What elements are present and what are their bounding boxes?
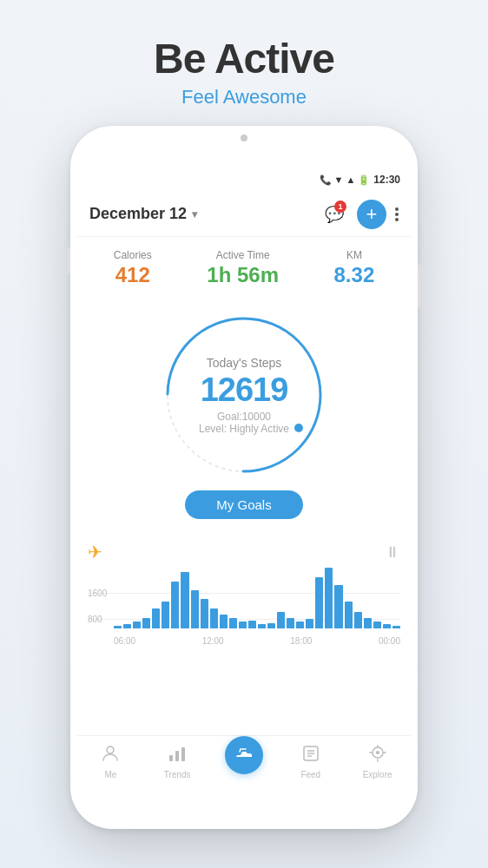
bottom-nav: Me Trends — [77, 735, 411, 787]
hero-subtitle: Feel Awesome — [154, 86, 334, 108]
status-icons: 📞 ▼ ▲ 🔋 — [320, 174, 371, 186]
chart-bar — [383, 624, 391, 628]
trends-icon — [168, 744, 187, 768]
steps-goal: Goal:10000 — [199, 411, 289, 423]
chart-bar — [354, 612, 362, 628]
nav-feed[interactable]: Feed — [277, 744, 344, 779]
y-label-800: 800 — [88, 615, 102, 624]
x-label-12: 12:00 — [202, 636, 224, 646]
km-stat: KM 8.32 — [334, 249, 375, 287]
chart-bar — [114, 626, 122, 628]
status-bar: 📞 ▼ ▲ 🔋 12:30 — [77, 168, 411, 192]
chart-bar — [162, 602, 169, 628]
steps-label: Today's Steps — [199, 356, 289, 370]
chart-bar — [171, 582, 179, 628]
chart-bar — [142, 618, 150, 628]
chart-bar — [239, 621, 247, 628]
date-dropdown-icon: ▾ — [192, 208, 197, 220]
dot3 — [395, 218, 399, 221]
status-time: 12:30 — [373, 174, 400, 186]
svg-rect-5 — [175, 751, 179, 761]
chart-bar — [334, 585, 342, 628]
calories-label: Calories — [114, 249, 152, 261]
x-labels: 06:00 12:00 18:00 00:00 — [114, 636, 400, 646]
chart-bar — [315, 577, 323, 628]
x-label-00: 00:00 — [379, 636, 400, 646]
power-button — [418, 265, 421, 308]
feed-icon — [301, 744, 320, 768]
chart-bar — [296, 621, 304, 628]
chart-bar — [267, 623, 275, 628]
nav-steps[interactable] — [211, 748, 278, 776]
chart-bar — [123, 624, 131, 628]
step-circle: Today's Steps 12619 Goal:10000 Level: Hi… — [157, 308, 331, 482]
feed-label: Feed — [300, 770, 320, 779]
hero-title: Be Active — [154, 35, 334, 82]
chart-bar — [306, 619, 313, 628]
active-time-stat: Active Time 1h 56m — [207, 249, 279, 287]
add-button[interactable]: + — [357, 200, 386, 229]
wifi-icon: ▼ — [334, 174, 344, 185]
chart-area: 1600 800 06:00 12:00 18:00 00:00 — [88, 568, 400, 646]
hero-section: Be Active Feel Awesome — [154, 0, 334, 108]
phone-mockup: 📞 ▼ ▲ 🔋 12:30 December 12 ▾ 💬 1 — [70, 126, 418, 829]
steps-section: Today's Steps 12619 Goal:10000 Level: Hi… — [77, 299, 411, 533]
km-value: 8.32 — [334, 263, 375, 287]
header-actions: 💬 1 + — [320, 200, 399, 229]
chart-bar — [133, 621, 141, 628]
app-header: December 12 ▾ 💬 1 + — [77, 192, 411, 237]
more-button[interactable] — [395, 207, 399, 221]
dot1 — [395, 207, 399, 211]
svg-rect-4 — [169, 755, 173, 761]
chart-bar — [373, 621, 381, 628]
pause-icon: ⏸ — [385, 543, 400, 562]
chart-bar — [152, 608, 160, 628]
chart-bar — [181, 572, 188, 628]
svg-rect-6 — [181, 747, 185, 761]
chart-bar — [210, 608, 218, 628]
chart-section: ✈ ⏸ 1600 800 06:00 12:00 18:00 00:00 — [77, 533, 411, 735]
me-icon — [101, 744, 120, 768]
x-label-18: 18:00 — [290, 636, 312, 646]
stats-row: Calories 412 Active Time 1h 56m KM 8.32 — [77, 237, 411, 299]
svg-point-2 — [294, 424, 303, 432]
active-time-value: 1h 56m — [207, 263, 279, 287]
bars-container — [114, 568, 400, 628]
steps-count: 12619 — [199, 372, 289, 409]
active-time-label: Active Time — [216, 249, 270, 261]
chart-bar — [248, 621, 256, 628]
chart-bar — [191, 590, 199, 628]
chart-bar — [345, 602, 353, 628]
chart-bar — [392, 626, 400, 628]
notification-badge: 1 — [334, 201, 346, 213]
chart-bar — [201, 599, 208, 628]
plane-icon: ✈ — [88, 542, 102, 562]
steps-shoe-icon — [234, 742, 254, 768]
date-text: December 12 — [89, 205, 187, 223]
chart-bar — [287, 618, 294, 628]
nav-me[interactable]: Me — [77, 744, 144, 779]
nav-trends[interactable]: Trends — [144, 744, 211, 779]
km-label: KM — [346, 249, 362, 261]
chart-bar — [229, 618, 237, 628]
me-label: Me — [104, 770, 116, 779]
steps-level: Level: Highly Active — [199, 423, 289, 435]
chart-bar — [325, 568, 333, 628]
nav-explore[interactable]: Explore — [344, 744, 411, 779]
chart-bar — [258, 624, 266, 628]
explore-icon — [368, 744, 387, 768]
dot2 — [395, 213, 399, 216]
y-label-1600: 1600 — [88, 589, 107, 598]
calories-value: 412 — [115, 263, 150, 287]
svg-point-3 — [107, 746, 114, 753]
chart-bar — [277, 612, 285, 628]
chart-toolbar: ✈ ⏸ — [88, 542, 400, 562]
battery-icon: 🔋 — [358, 174, 370, 186]
call-icon: 📞 — [320, 174, 332, 186]
notification-button[interactable]: 💬 1 — [320, 201, 348, 228]
svg-point-12 — [376, 751, 379, 754]
phone-screen: 📞 ▼ ▲ 🔋 12:30 December 12 ▾ 💬 1 — [77, 168, 411, 787]
my-goals-button[interactable]: My Goals — [185, 490, 302, 519]
trends-label: Trends — [164, 770, 191, 779]
header-date[interactable]: December 12 ▾ — [89, 205, 197, 223]
